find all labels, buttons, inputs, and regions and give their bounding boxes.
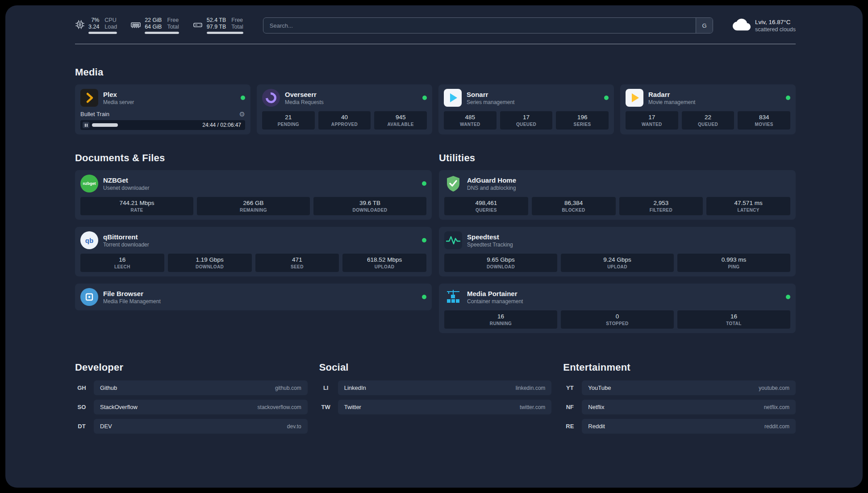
stat-total: 16 TOTAL: [677, 310, 790, 329]
plex-icon: [80, 89, 98, 107]
card-portainer: Media Portainer Container management 16 …: [439, 284, 796, 333]
disk-widget: 52.4 TB Free 97.9 TB Total: [192, 17, 243, 34]
bookmark-link-dev[interactable]: DEV dev.to: [94, 419, 308, 434]
bookmark-abbr: RE: [563, 423, 576, 430]
service-speedtest[interactable]: Speedtest Speedtest Tracking: [444, 231, 790, 249]
disk-free-label: Free: [231, 17, 243, 23]
service-description: Usenet downloader: [103, 185, 149, 191]
plex-now-playing: Bullet Train ⚙ 24:44 / 02:06:47: [80, 111, 245, 130]
card-overseerr: Overseerr Media Requests 21 PENDING 40 A…: [257, 84, 432, 134]
bookmark-domain: youtube.com: [759, 385, 789, 391]
bookmark-link-twitter[interactable]: Twitter twitter.com: [338, 400, 552, 414]
weather-location: Lviv, 16.87°C: [755, 19, 796, 25]
stat-value: 40: [320, 114, 369, 121]
stat-label: FILTERED: [621, 208, 701, 213]
dashboard-panel: 7% CPU 3.24 Load: [5, 5, 863, 488]
bookmark-domain: twitter.com: [520, 404, 545, 410]
search-provider-button[interactable]: G: [696, 18, 713, 33]
bookmark-link-github[interactable]: Github github.com: [94, 380, 308, 395]
resource-widgets: 7% CPU 3.24 Load: [75, 17, 243, 34]
bookmark-name: DEV: [100, 423, 112, 430]
memory-total-value: 64 GiB: [145, 24, 162, 30]
status-dot: [604, 96, 609, 100]
stat-value: 1.19 Gbps: [170, 256, 250, 263]
cpu-load-label: Load: [104, 24, 117, 30]
bookmark-domain: netflix.com: [764, 404, 789, 410]
speedtest-icon: [444, 231, 462, 249]
service-adguard[interactable]: AdGuard Home DNS and adblocking: [444, 175, 790, 192]
stat-label: WANTED: [446, 122, 495, 127]
bookmark-domain: reddit.com: [764, 423, 789, 430]
service-radarr[interactable]: Radarr Movie management: [626, 89, 790, 107]
stat-available: 945 AVAILABLE: [374, 111, 427, 130]
bookmark-abbr: DT: [75, 423, 88, 430]
stat-label: UPLOAD: [563, 264, 672, 269]
service-overseerr[interactable]: Overseerr Media Requests: [262, 89, 427, 107]
card-sonarr: Sonarr Series management 485 WANTED 17 Q…: [438, 84, 614, 134]
stat-filtered: 2,953 FILTERED: [619, 197, 703, 215]
service-filebrowser[interactable]: File Browser Media File Management: [80, 288, 426, 306]
stat-queued: 17 QUEUED: [500, 111, 553, 130]
stat-value: 744.21 Mbps: [82, 200, 192, 206]
stat-queries: 498,461 QUERIES: [444, 197, 528, 215]
stat-label: QUEUED: [684, 122, 733, 127]
pause-button[interactable]: [83, 122, 89, 128]
section-title-social: Social: [319, 362, 552, 373]
bookmark-abbr: NF: [563, 404, 576, 410]
stat-value: 498,461: [446, 200, 526, 206]
stat-wanted: 17 WANTED: [626, 111, 678, 130]
stat-label: RATE: [82, 208, 192, 213]
service-sonarr[interactable]: Sonarr Series management: [444, 89, 609, 107]
stat-label: UPLOAD: [344, 264, 425, 269]
service-portainer[interactable]: Media Portainer Container management: [444, 288, 790, 306]
stat-value: 39.6 TB: [315, 200, 425, 206]
section-title-developer: Developer: [75, 362, 308, 373]
section-title-entertainment: Entertainment: [563, 362, 796, 373]
stat-value: 834: [739, 114, 789, 121]
section-title-documents: Documents & Files: [75, 152, 432, 164]
service-nzbget[interactable]: nzbget NZBGet Usenet downloader: [80, 175, 426, 192]
stat-value: 21: [264, 114, 313, 121]
bookmark-link-linkedin[interactable]: LinkedIn linkedin.com: [338, 380, 552, 395]
service-description: Media File Management: [103, 298, 161, 305]
player-seek-bar[interactable]: 24:44 / 02:06:47: [80, 120, 245, 130]
stat-latency: 47.571 ms LATENCY: [706, 197, 790, 215]
bookmark-netflix: NF Netflix netflix.com: [563, 400, 796, 414]
stat-value: 86,384: [534, 200, 614, 206]
service-name: Plex: [103, 91, 134, 98]
weather-condition: scattered clouds: [755, 26, 796, 33]
bookmark-domain: dev.to: [287, 423, 301, 430]
player-settings-icon[interactable]: ⚙: [239, 111, 245, 117]
bookmark-link-youtube[interactable]: YouTube youtube.com: [582, 380, 796, 395]
stat-value: 22: [684, 114, 733, 121]
search-bar: G: [263, 17, 713, 33]
bookmark-stackoverflow: SO StackOverflow stackoverflow.com: [75, 400, 308, 414]
service-name: qBittorrent: [103, 233, 149, 241]
service-qbittorrent[interactable]: qb qBittorrent Torrent downloader: [80, 231, 426, 249]
cpu-load-value: 3.24: [88, 24, 99, 30]
card-nzbget: nzbget NZBGet Usenet downloader 744.21 M…: [75, 170, 432, 220]
bookmark-link-stackoverflow[interactable]: StackOverflow stackoverflow.com: [94, 400, 308, 414]
bookmark-domain: linkedin.com: [516, 385, 546, 391]
stat-value: 471: [257, 256, 338, 263]
memory-widget: 22 GiB Free 64 GiB Total: [130, 17, 179, 34]
bookmark-dev: DT DEV dev.to: [75, 419, 308, 434]
stat-series: 196 SERIES: [556, 111, 609, 130]
bookmark-link-reddit[interactable]: Reddit reddit.com: [582, 419, 796, 434]
disk-total-label: Total: [231, 24, 243, 30]
search-input[interactable]: [263, 18, 696, 33]
stat-label: STOPPED: [563, 321, 672, 326]
stat-value: 945: [376, 114, 425, 121]
qbittorrent-icon: qb: [80, 231, 98, 249]
disk-progress-bar: [207, 32, 243, 34]
cpu-icon: [75, 20, 85, 29]
bookmark-abbr: SO: [75, 404, 88, 410]
stat-label: QUERIES: [446, 208, 526, 213]
stat-remaining: 266 GB REMAINING: [197, 197, 310, 215]
stat-blocked: 86,384 BLOCKED: [532, 197, 616, 215]
stat-rate: 744.21 Mbps RATE: [80, 197, 193, 215]
memory-progress-bar: [145, 32, 179, 34]
service-name: File Browser: [103, 290, 161, 297]
service-plex[interactable]: Plex Media server: [80, 89, 245, 107]
bookmark-link-netflix[interactable]: Netflix netflix.com: [582, 400, 796, 414]
